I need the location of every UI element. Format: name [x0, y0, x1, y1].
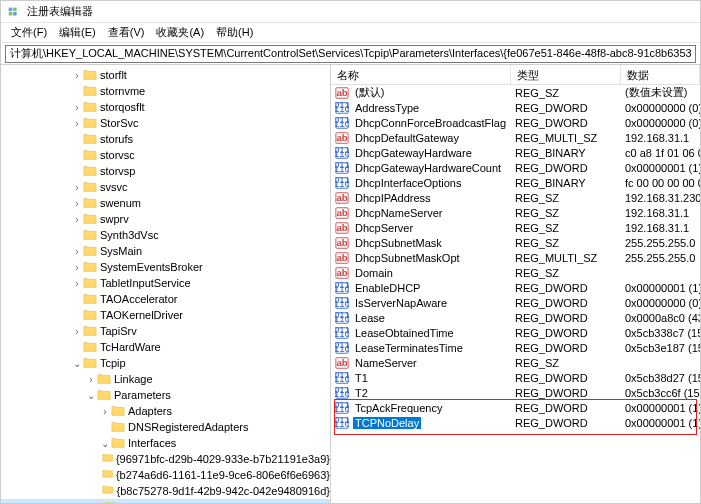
chevron-down-icon[interactable]: ⌄: [85, 390, 97, 401]
chevron-right-icon[interactable]: ›: [71, 278, 83, 289]
svg-text:110: 110: [335, 313, 349, 324]
list-pane[interactable]: 名称 类型 数据 ab(默认)REG_SZ(数值未设置)011110Addres…: [331, 65, 700, 503]
list-row[interactable]: 011110TcpAckFrequencyREG_DWORD0x00000001…: [331, 400, 700, 415]
path-input[interactable]: [5, 45, 696, 63]
value-type: REG_SZ: [511, 267, 621, 279]
chevron-right-icon[interactable]: ›: [99, 406, 111, 417]
list-row[interactable]: 011110DhcpGatewayHardwareREG_BINARYc0 a8…: [331, 145, 700, 160]
list-row[interactable]: 011110DhcpConnForceBroadcastFlagREG_DWOR…: [331, 115, 700, 130]
tree-item[interactable]: ›SystemEventsBroker: [1, 259, 330, 275]
tree-item[interactable]: ›storflt: [1, 67, 330, 83]
tree-item[interactable]: ›svsvc: [1, 179, 330, 195]
list-row[interactable]: 011110DhcpGatewayHardwareCountREG_DWORD0…: [331, 160, 700, 175]
value-type: REG_SZ: [511, 237, 621, 249]
list-row[interactable]: 011110DhcpInterfaceOptionsREG_BINARYfc 0…: [331, 175, 700, 190]
tree-item[interactable]: ›Adapters: [1, 403, 330, 419]
tree-item[interactable]: ›SysMain: [1, 243, 330, 259]
list-row[interactable]: abNameServerREG_SZ: [331, 355, 700, 370]
tree-item[interactable]: ›TabletInputService: [1, 275, 330, 291]
menu-favorites[interactable]: 收藏夹(A): [150, 23, 210, 42]
tree-item[interactable]: {fe067e51-846e-48f8-abc8-91c8b6353726}: [1, 499, 330, 503]
tree-item-label: Interfaces: [128, 437, 176, 449]
chevron-right-icon[interactable]: ›: [71, 326, 83, 337]
folder-icon: [102, 452, 113, 466]
tree-item-label: Synth3dVsc: [100, 229, 159, 241]
chevron-down-icon[interactable]: ⌄: [99, 438, 111, 449]
tree-item[interactable]: TcHardWare: [1, 339, 330, 355]
value-data: 0x00000001 (1): [621, 417, 700, 429]
chevron-right-icon[interactable]: ›: [71, 246, 83, 257]
value-name: AddressType: [353, 102, 421, 114]
list-row[interactable]: 011110T2REG_DWORD0x5cb3cc6f (1555287151): [331, 385, 700, 400]
list-row[interactable]: 011110EnableDHCPREG_DWORD0x00000001 (1): [331, 280, 700, 295]
tree-item[interactable]: TAOKernelDriver: [1, 307, 330, 323]
chevron-right-icon[interactable]: ›: [85, 374, 97, 385]
svg-rect-2: [9, 12, 13, 16]
list-row[interactable]: abDomainREG_SZ: [331, 265, 700, 280]
chevron-right-icon[interactable]: ›: [71, 102, 83, 113]
tree-item[interactable]: ›storqosflt: [1, 99, 330, 115]
value-type: REG_SZ: [511, 87, 621, 99]
value-name: DhcpIPAddress: [353, 192, 433, 204]
tree-item-label: TcHardWare: [100, 341, 161, 353]
value-type: REG_DWORD: [511, 327, 621, 339]
tree-item[interactable]: ⌄Parameters: [1, 387, 330, 403]
list-row[interactable]: 011110T1REG_DWORD0x5cb38d27 (1555270951): [331, 370, 700, 385]
list-row[interactable]: 011110TCPNoDelayREG_DWORD0x00000001 (1): [331, 415, 700, 430]
binary-value-icon: 011110: [335, 161, 349, 175]
list-row[interactable]: ab(默认)REG_SZ(数值未设置): [331, 85, 700, 100]
list-row[interactable]: abDhcpServerREG_SZ192.168.31.1: [331, 220, 700, 235]
list-row[interactable]: 011110AddressTypeREG_DWORD0x00000000 (0): [331, 100, 700, 115]
col-header-name[interactable]: 名称: [331, 65, 511, 84]
chevron-right-icon[interactable]: ›: [71, 118, 83, 129]
col-header-data[interactable]: 数据: [621, 65, 700, 84]
menu-view[interactable]: 查看(V): [102, 23, 151, 42]
chevron-down-icon[interactable]: ⌄: [71, 358, 83, 369]
svg-rect-0: [9, 7, 13, 11]
value-name: TCPNoDelay: [353, 417, 421, 429]
tree-item[interactable]: {b8c75278-9d1f-42b9-942c-042e9480916d}: [1, 483, 330, 499]
tree-item[interactable]: stornvme: [1, 83, 330, 99]
tree-item[interactable]: ›swenum: [1, 195, 330, 211]
value-data: 255.255.255.0: [621, 252, 700, 264]
folder-icon: [83, 132, 97, 146]
menu-file[interactable]: 文件(F): [5, 23, 53, 42]
list-row[interactable]: abDhcpSubnetMaskREG_SZ255.255.255.0: [331, 235, 700, 250]
col-header-type[interactable]: 类型: [511, 65, 621, 84]
tree-pane[interactable]: ›storfltstornvme›storqosflt›StorSvcstoru…: [1, 65, 331, 503]
chevron-right-icon[interactable]: ›: [71, 70, 83, 81]
list-row[interactable]: 011110IsServerNapAwareREG_DWORD0x0000000…: [331, 295, 700, 310]
tree-item[interactable]: ›StorSvc: [1, 115, 330, 131]
list-body: ab(默认)REG_SZ(数值未设置)011110AddressTypeREG_…: [331, 85, 700, 430]
list-row[interactable]: abDhcpNameServerREG_SZ192.168.31.1: [331, 205, 700, 220]
tree-item[interactable]: ›TapiSrv: [1, 323, 330, 339]
tree-item[interactable]: ⌄Interfaces: [1, 435, 330, 451]
menu-edit[interactable]: 编辑(E): [53, 23, 102, 42]
chevron-right-icon[interactable]: ›: [71, 182, 83, 193]
tree-item[interactable]: TAOAccelerator: [1, 291, 330, 307]
string-value-icon: ab: [335, 236, 349, 250]
tree-item[interactable]: storufs: [1, 131, 330, 147]
list-row[interactable]: abDhcpIPAddressREG_SZ192.168.31.230: [331, 190, 700, 205]
tree-item[interactable]: Synth3dVsc: [1, 227, 330, 243]
list-row[interactable]: 011110LeaseREG_DWORD0x0000a8c0 (43200): [331, 310, 700, 325]
tree-item[interactable]: ›Linkage: [1, 371, 330, 387]
chevron-right-icon[interactable]: ›: [71, 214, 83, 225]
chevron-right-icon[interactable]: ›: [71, 262, 83, 273]
list-row[interactable]: abDhcpDefaultGatewayREG_MULTI_SZ192.168.…: [331, 130, 700, 145]
tree-item[interactable]: ›swprv: [1, 211, 330, 227]
tree-item[interactable]: {b274a6d6-1161-11e9-9ce6-806e6f6e6963}: [1, 467, 330, 483]
folder-icon: [83, 244, 97, 258]
tree-item[interactable]: ⌄Tcpip: [1, 355, 330, 371]
list-row[interactable]: 011110LeaseObtainedTimeREG_DWORD0x5cb338…: [331, 325, 700, 340]
tree-item[interactable]: DNSRegisteredAdapters: [1, 419, 330, 435]
tree-item[interactable]: storvsc: [1, 147, 330, 163]
folder-icon: [83, 180, 97, 194]
menu-help[interactable]: 帮助(H): [210, 23, 259, 42]
list-row[interactable]: abDhcpSubnetMaskOptREG_MULTI_SZ255.255.2…: [331, 250, 700, 265]
value-type: REG_MULTI_SZ: [511, 132, 621, 144]
tree-item[interactable]: storvsp: [1, 163, 330, 179]
tree-item[interactable]: {96971bfc-d29b-4029-933e-b7b21191e3a9}: [1, 451, 330, 467]
chevron-right-icon[interactable]: ›: [71, 198, 83, 209]
list-row[interactable]: 011110LeaseTerminatesTimeREG_DWORD0x5cb3…: [331, 340, 700, 355]
